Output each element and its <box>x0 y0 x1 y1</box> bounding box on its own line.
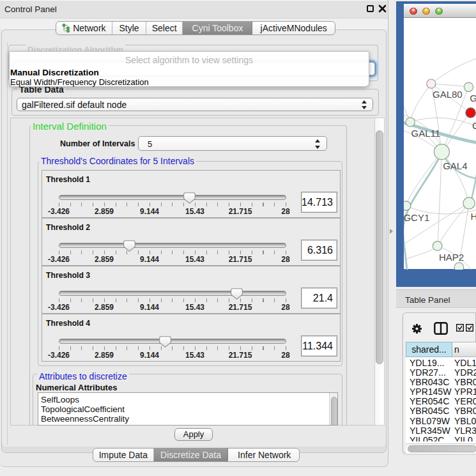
svg-text:GAL4: GAL4 <box>443 160 467 171</box>
svg-text:GAL11: GAL11 <box>411 127 440 138</box>
svg-text:HA: HA <box>470 211 476 222</box>
svg-text:GCY1: GCY1 <box>404 211 429 222</box>
svg-text:GAL80: GAL80 <box>433 88 463 99</box>
svg-text:HAP2: HAP2 <box>439 251 464 262</box>
svg-text:GAL2: GAL2 <box>470 93 476 104</box>
svg-text:CY: CY <box>472 120 476 131</box>
